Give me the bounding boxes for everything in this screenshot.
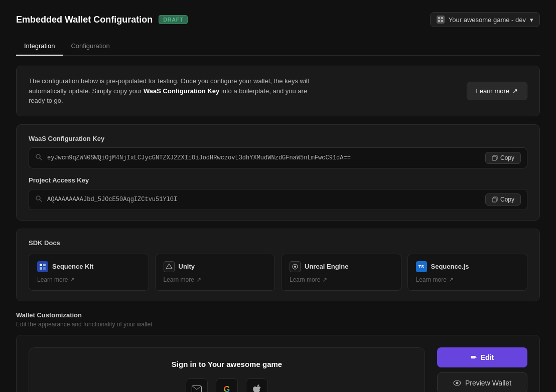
sdk-unreal-header: Unreal Engine <box>290 261 393 272</box>
sdk-sequence-js-title: Sequence.js <box>431 263 469 270</box>
sdk-card-unity[interactable]: Unity Learn more ↗ <box>155 254 275 291</box>
sdk-unreal-title: Unreal Engine <box>305 263 348 270</box>
svg-point-16 <box>294 266 296 268</box>
waas-key-label: WaaS Configuration Key <box>29 135 527 142</box>
svg-rect-10 <box>40 264 42 266</box>
svg-rect-3 <box>441 20 443 22</box>
header-left: Embedded Wallet Configuration DRAFT <box>16 15 188 25</box>
project-name: Your awesome game - dev <box>449 16 526 24</box>
svg-rect-13 <box>43 267 46 270</box>
svg-rect-11 <box>43 264 46 266</box>
customization-subtitle: Edit the appearance and functionality of… <box>16 321 540 328</box>
chevron-down-icon: ▾ <box>530 16 533 24</box>
svg-marker-14 <box>166 264 172 269</box>
tab-integration[interactable]: Integration <box>16 37 63 56</box>
project-key-label: Project Access Key <box>29 176 527 184</box>
signin-apple-button[interactable] <box>246 378 268 393</box>
banner-bold-text: WaaS Configuration Key <box>144 87 219 95</box>
sequence-kit-icon <box>37 261 48 272</box>
sdk-card-sequence-kit[interactable]: Sequence Kit Learn more ↗ <box>29 254 149 291</box>
svg-rect-12 <box>40 267 42 270</box>
learn-more-label: Learn more <box>476 87 509 95</box>
sdk-docs-label: SDK Docs <box>29 239 527 247</box>
sdk-grid: Sequence Kit Learn more ↗ Unity Learn mo… <box>29 254 527 291</box>
banner-text: The configuration below is pre-populated… <box>29 76 310 106</box>
draft-badge: DRAFT <box>159 15 188 24</box>
waas-key-value: eyJwcm9qZWN0SWQiOjM4NjIxLCJycGNTZXJ2ZXIi… <box>47 154 480 161</box>
project-key-field: AQAAAAAAAAJbd_5JOcE50AqgIZCtvu51YlGI Cop… <box>29 189 527 210</box>
project-copy-button[interactable]: Copy <box>485 193 521 206</box>
wallet-signin-icons: G <box>39 378 414 393</box>
sdk-sequence-kit-learn-more: Learn more ↗ <box>37 276 141 283</box>
waas-copy-label: Copy <box>500 154 514 161</box>
keys-card: WaaS Configuration Key eyJwcm9qZWN0SWQiO… <box>16 124 540 221</box>
preview-actions: ✏ Edit Preview Wallet <box>437 347 527 393</box>
page-header: Embedded Wallet Configuration DRAFT Your… <box>16 12 540 27</box>
preview-wallet-button[interactable]: Preview Wallet <box>437 372 527 393</box>
sdk-unity-title: Unity <box>179 263 195 270</box>
signin-google-button[interactable]: G <box>216 378 238 393</box>
sdk-card-unreal-engine[interactable]: Unreal Engine Learn more ↗ <box>281 254 401 291</box>
project-copy-label: Copy <box>500 196 514 203</box>
svg-line-8 <box>40 200 42 202</box>
external-link-icon: ↗ <box>449 276 454 283</box>
eye-icon <box>453 380 461 386</box>
learn-more-button[interactable]: Learn more ↗ <box>467 82 527 100</box>
edit-label: Edit <box>481 353 494 361</box>
sdk-sequence-kit-title: Sequence Kit <box>52 263 93 270</box>
external-link-icon: ↗ <box>512 87 518 95</box>
svg-line-5 <box>40 158 42 160</box>
sdk-sequence-kit-header: Sequence Kit <box>37 261 141 272</box>
sdk-card-sequence-js[interactable]: TS Sequence.js Learn more ↗ <box>407 254 528 291</box>
waas-key-section: WaaS Configuration Key eyJwcm9qZWN0SWQiO… <box>29 135 527 168</box>
project-icon <box>437 16 445 24</box>
project-key-section: Project Access Key AQAAAAAAAAJbd_5JOcE50… <box>29 176 527 210</box>
project-selector[interactable]: Your awesome game - dev ▾ <box>430 12 540 27</box>
unreal-engine-icon <box>290 261 301 272</box>
sdk-unity-header: Unity <box>164 261 267 272</box>
waas-key-field: eyJwcm9qZWN0SWQiOjM4NjIxLCJycGNTZXJ2ZXIi… <box>29 147 527 168</box>
external-link-icon: ↗ <box>70 276 75 283</box>
wallet-customization-section: Wallet Customization Edit the appearance… <box>16 311 540 393</box>
external-link-icon: ↗ <box>196 276 201 283</box>
sdk-sequence-js-header: TS Sequence.js <box>416 261 519 272</box>
svg-point-19 <box>456 381 458 384</box>
wallet-preview-box: Sign in to Your awesome game G <box>29 347 425 393</box>
waas-key-icon <box>35 153 42 162</box>
svg-rect-2 <box>438 20 440 22</box>
preview-wallet-label: Preview Wallet <box>465 379 511 387</box>
project-key-icon <box>35 195 42 204</box>
google-icon: G <box>224 385 230 393</box>
tab-configuration[interactable]: Configuration <box>63 37 117 56</box>
tab-bar: Integration Configuration <box>16 37 540 56</box>
unity-icon <box>164 261 175 272</box>
customization-preview: Sign in to Your awesome game G ✏ Ed <box>16 335 540 393</box>
sequence-js-icon: TS <box>416 261 427 272</box>
signin-email-button[interactable] <box>186 378 208 393</box>
edit-icon: ✏ <box>471 353 477 361</box>
wallet-signin-title: Sign in to Your awesome game <box>39 360 414 368</box>
customization-title: Wallet Customization <box>16 311 540 319</box>
svg-rect-9 <box>492 198 496 202</box>
sdk-unity-learn-more: Learn more ↗ <box>164 276 267 283</box>
info-banner: The configuration below is pre-populated… <box>16 66 540 116</box>
waas-copy-button[interactable]: Copy <box>485 152 521 164</box>
project-key-value: AQAAAAAAAAJbd_5JOcE50AqgIZCtvu51YlGI <box>47 196 480 203</box>
sdk-docs-card: SDK Docs Sequence Kit Learn more ↗ <box>16 229 540 301</box>
edit-button[interactable]: ✏ Edit <box>437 347 527 367</box>
svg-rect-1 <box>441 17 443 19</box>
sdk-unreal-learn-more: Learn more ↗ <box>290 276 393 283</box>
svg-rect-0 <box>438 17 440 19</box>
sdk-sequence-js-learn-more: Learn more ↗ <box>416 276 519 283</box>
external-link-icon: ↗ <box>322 276 327 283</box>
svg-rect-6 <box>492 156 496 160</box>
page-title: Embedded Wallet Configuration <box>16 15 153 25</box>
